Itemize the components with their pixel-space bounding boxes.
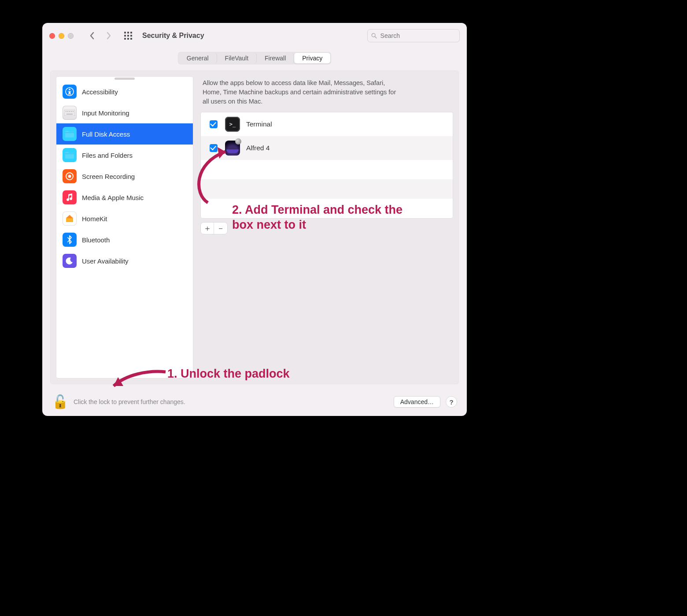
- sidebar-item-label: Full Disk Access: [82, 130, 130, 138]
- checkbox-alfred[interactable]: [210, 144, 218, 152]
- sidebar-item-label: Input Monitoring: [82, 109, 129, 117]
- tab-privacy[interactable]: Privacy: [294, 53, 330, 63]
- sidebar-item-full-disk-access[interactable]: Full Disk Access: [56, 123, 193, 145]
- lock-icon[interactable]: 🔓: [52, 395, 68, 408]
- add-remove-control: ＋ －: [201, 223, 227, 234]
- app-name: Alfred 4: [246, 144, 270, 152]
- svg-rect-4: [127, 35, 129, 37]
- app-list[interactable]: >_ Terminal Alfred 4: [201, 112, 453, 218]
- help-button[interactable]: ?: [446, 396, 457, 408]
- sidebar-item-homekit[interactable]: HomeKit: [56, 208, 193, 229]
- svg-rect-18: [73, 111, 74, 112]
- music-note-icon: [63, 190, 77, 204]
- app-row-empty: [201, 179, 453, 199]
- add-app-button[interactable]: ＋: [201, 223, 214, 234]
- search-field[interactable]: [367, 29, 460, 42]
- folder-icon: [63, 127, 77, 141]
- folder-icon: [63, 148, 77, 162]
- svg-line-10: [375, 37, 377, 38]
- app-name: Terminal: [246, 120, 272, 128]
- sidebar-item-screen-recording[interactable]: Screen Recording: [56, 166, 193, 187]
- keyboard-icon: [63, 106, 77, 120]
- svg-rect-14: [66, 111, 66, 112]
- detail-pane: Allow the apps below to access data like…: [201, 77, 453, 378]
- sidebar-item-label: Media & Apple Music: [82, 194, 144, 201]
- tab-bar: General FileVault Firewall Privacy: [42, 48, 467, 71]
- sidebar-item-label: Screen Recording: [82, 173, 135, 180]
- sidebar-item-bluetooth[interactable]: Bluetooth: [56, 229, 193, 250]
- window-title: Security & Privacy: [142, 32, 204, 40]
- close-window-button[interactable]: [49, 33, 55, 39]
- window-controls: [49, 33, 74, 39]
- remove-app-button[interactable]: －: [214, 223, 227, 234]
- svg-rect-8: [130, 38, 132, 40]
- target-icon: [63, 169, 77, 183]
- svg-rect-3: [124, 35, 126, 37]
- titlebar: Security & Privacy: [42, 23, 467, 48]
- sidebar-item-label: Accessibility: [82, 88, 118, 96]
- sidebar-item-media-music[interactable]: Media & Apple Music: [56, 187, 193, 208]
- sidebar-item-label: Files and Folders: [82, 152, 133, 159]
- privacy-sidebar[interactable]: Accessibility Input Monitoring Full Disk…: [56, 77, 193, 378]
- bluetooth-icon: [63, 233, 77, 247]
- sidebar-item-files-folders[interactable]: Files and Folders: [56, 145, 193, 166]
- sidebar-item-accessibility[interactable]: Accessibility: [56, 81, 193, 102]
- svg-rect-0: [124, 32, 126, 33]
- sidebar-item-label: User Availability: [82, 257, 129, 265]
- svg-rect-15: [67, 111, 68, 112]
- sidebar-item-user-availability[interactable]: User Availability: [56, 250, 193, 271]
- svg-point-12: [69, 89, 70, 90]
- moon-icon: [63, 254, 77, 268]
- tab-general[interactable]: General: [179, 53, 217, 63]
- search-icon: [371, 33, 377, 39]
- sidebar-item-input-monitoring[interactable]: Input Monitoring: [56, 102, 193, 123]
- footer: 🔓 Click the lock to prevent further chan…: [42, 390, 467, 416]
- sidebar-item-label: Bluetooth: [82, 236, 110, 244]
- content-area: Accessibility Input Monitoring Full Disk…: [50, 71, 459, 384]
- svg-rect-7: [127, 38, 129, 40]
- svg-rect-16: [69, 111, 70, 112]
- back-button[interactable]: [86, 30, 98, 42]
- svg-point-21: [68, 175, 71, 178]
- svg-rect-6: [124, 38, 126, 40]
- svg-rect-17: [71, 111, 72, 112]
- sidebar-item-label: HomeKit: [82, 215, 107, 223]
- app-row-empty: [201, 199, 453, 218]
- svg-rect-19: [66, 114, 73, 115]
- alfred-icon: [225, 141, 240, 156]
- app-row-terminal[interactable]: >_ Terminal: [201, 112, 453, 136]
- search-input[interactable]: [380, 32, 456, 40]
- svg-rect-1: [127, 32, 129, 33]
- svg-rect-13: [64, 110, 75, 116]
- zoom-window-button: [68, 33, 74, 39]
- home-icon: [63, 212, 77, 226]
- checkbox-terminal[interactable]: [210, 120, 218, 128]
- forward-button: [103, 30, 115, 42]
- scroll-handle: [56, 77, 193, 81]
- terminal-icon: >_: [225, 117, 240, 132]
- minimize-window-button[interactable]: [59, 33, 64, 39]
- pane-description: Allow the apps below to access data like…: [201, 77, 403, 112]
- app-row-empty: [201, 160, 453, 179]
- svg-rect-5: [130, 35, 132, 37]
- app-row-alfred[interactable]: Alfred 4: [201, 136, 453, 160]
- preferences-window: Security & Privacy General FileVault Fir…: [42, 23, 467, 416]
- tab-filevault[interactable]: FileVault: [217, 53, 257, 63]
- advanced-button[interactable]: Advanced…: [394, 396, 440, 408]
- show-all-button[interactable]: [122, 30, 134, 42]
- accessibility-icon: [63, 85, 77, 99]
- lock-text: Click the lock to prevent further change…: [74, 398, 388, 405]
- tab-firewall[interactable]: Firewall: [257, 53, 294, 63]
- svg-rect-2: [130, 32, 132, 33]
